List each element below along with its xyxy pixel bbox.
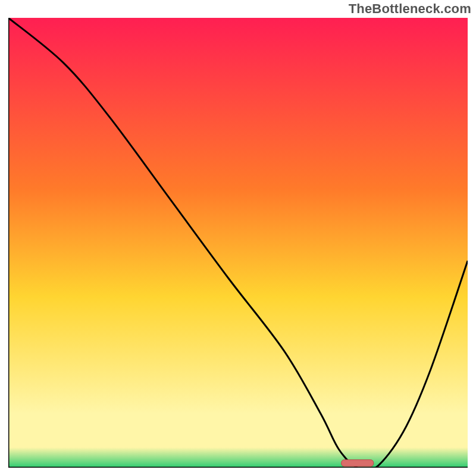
gradient-fill (8, 18, 468, 468)
watermark-label: TheBottleneck.com (349, 1, 471, 17)
optimal-marker (342, 460, 374, 466)
bottleneck-chart (8, 18, 468, 468)
chart-stage: TheBottleneck.com (0, 0, 476, 476)
